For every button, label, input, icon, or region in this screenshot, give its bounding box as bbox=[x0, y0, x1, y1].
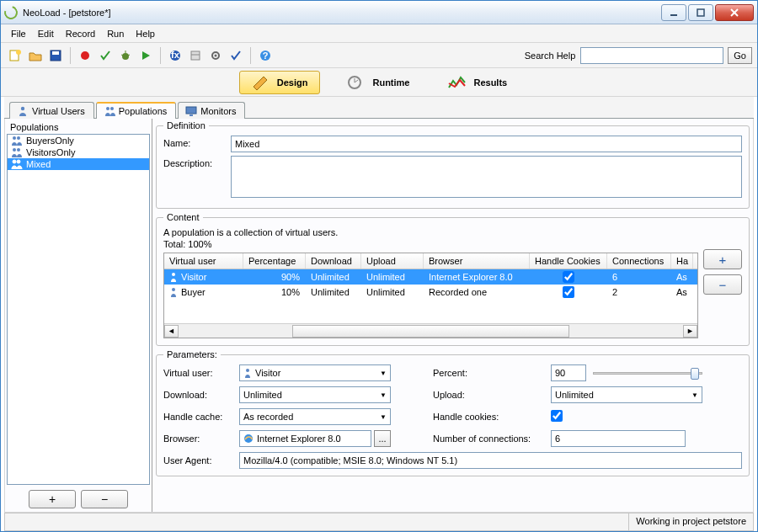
svg-point-9 bbox=[122, 53, 129, 60]
svg-point-22 bbox=[21, 107, 24, 110]
bug-icon[interactable] bbox=[116, 46, 135, 65]
population-item-buyersonly[interactable]: BuyersOnly bbox=[8, 135, 149, 146]
person-icon bbox=[169, 287, 178, 297]
virtual-user-value: Visitor bbox=[255, 368, 280, 378]
tab-results[interactable]: Results bbox=[436, 72, 519, 93]
connections-input[interactable] bbox=[551, 430, 686, 447]
browser-field[interactable]: Internet Explorer 8.0 bbox=[239, 430, 371, 447]
menu-edit[interactable]: Edit bbox=[33, 27, 59, 40]
subtab-populations[interactable]: Populations bbox=[96, 102, 177, 119]
menu-help[interactable]: Help bbox=[131, 27, 160, 40]
subtab-virtual-users[interactable]: Virtual Users bbox=[9, 102, 94, 119]
user-agent-field[interactable]: Mozilla/4.0 (compatible; MSIE 8.0; Windo… bbox=[239, 452, 742, 469]
person-icon bbox=[243, 368, 252, 378]
row-cookies-checkbox[interactable] bbox=[563, 271, 574, 283]
add-row-button[interactable]: + bbox=[703, 249, 742, 269]
chevron-down-icon: ▼ bbox=[380, 370, 387, 377]
maximize-button[interactable] bbox=[688, 4, 713, 21]
svg-rect-7 bbox=[52, 51, 59, 55]
populations-panel: Populations BuyersOnly VisitorsOnly Mixe… bbox=[5, 119, 152, 512]
toolbar: fx ? Search Help Go bbox=[1, 43, 757, 68]
menu-file[interactable]: File bbox=[6, 27, 31, 40]
check-small-icon[interactable] bbox=[227, 46, 245, 65]
minimize-button[interactable] bbox=[661, 4, 686, 21]
svg-point-35 bbox=[246, 369, 249, 372]
scroll-thumb[interactable] bbox=[292, 325, 569, 338]
svg-point-8 bbox=[81, 51, 89, 60]
populations-list[interactable]: BuyersOnly VisitorsOnly Mixed bbox=[7, 134, 150, 485]
cell-last: As bbox=[671, 269, 693, 285]
percent-input[interactable] bbox=[551, 364, 586, 381]
remove-row-button[interactable]: − bbox=[703, 274, 742, 295]
add-population-button[interactable]: + bbox=[29, 490, 76, 508]
subtab-monitors[interactable]: Monitors bbox=[178, 102, 245, 119]
search-input[interactable] bbox=[580, 47, 723, 64]
name-input[interactable] bbox=[231, 136, 742, 152]
tab-design[interactable]: Design bbox=[239, 71, 321, 94]
connections-label: Number of connections: bbox=[433, 434, 551, 444]
svg-point-23 bbox=[106, 107, 109, 110]
table-hscroll[interactable]: ◄ ► bbox=[164, 323, 697, 338]
download-combo[interactable]: Unlimited▼ bbox=[239, 386, 391, 403]
help-icon[interactable]: ? bbox=[256, 46, 275, 65]
col-handle-cookies[interactable]: Handle Cookies bbox=[530, 253, 607, 269]
population-item-visitorsonly[interactable]: VisitorsOnly bbox=[8, 146, 149, 158]
population-item-label: BuyersOnly bbox=[26, 136, 74, 146]
percent-slider[interactable] bbox=[593, 365, 702, 380]
description-input[interactable] bbox=[231, 156, 742, 198]
svg-point-24 bbox=[110, 107, 114, 110]
new-file-icon[interactable] bbox=[6, 46, 24, 65]
table-row[interactable]: Visitor 90% Unlimited Unlimited Internet… bbox=[164, 269, 697, 285]
table-row[interactable]: Buyer 10% Unlimited Unlimited Recorded o… bbox=[164, 285, 697, 300]
col-virtual-user[interactable]: Virtual user bbox=[164, 253, 243, 269]
check-icon[interactable] bbox=[96, 46, 115, 65]
cell-ul: Unlimited bbox=[361, 285, 424, 300]
play-icon[interactable] bbox=[136, 46, 155, 65]
population-item-mixed[interactable]: Mixed bbox=[8, 158, 149, 170]
table-body[interactable]: Visitor 90% Unlimited Unlimited Internet… bbox=[164, 269, 697, 323]
col-browser[interactable]: Browser bbox=[424, 253, 530, 269]
col-percentage[interactable]: Percentage bbox=[243, 253, 306, 269]
open-folder-icon[interactable] bbox=[26, 46, 45, 65]
people-icon bbox=[10, 147, 22, 157]
download-label: Download: bbox=[163, 390, 239, 400]
parameters-box: Parameters: Virtual user: Visitor ▼ Perc… bbox=[156, 349, 750, 476]
gear-icon[interactable] bbox=[206, 46, 225, 65]
table-header: Virtual user Percentage Download Upload … bbox=[164, 253, 697, 269]
svg-point-27 bbox=[13, 136, 16, 140]
close-button[interactable] bbox=[715, 4, 754, 21]
col-overflow[interactable]: Ha bbox=[671, 253, 693, 269]
handle-cache-combo[interactable]: As recorded▼ bbox=[239, 408, 391, 425]
menu-record[interactable]: Record bbox=[61, 27, 100, 40]
handle-cookies-checkbox[interactable] bbox=[551, 410, 563, 422]
record-icon[interactable] bbox=[76, 46, 94, 65]
fx-icon[interactable]: fx bbox=[166, 46, 184, 65]
cell-vu: Visitor bbox=[181, 272, 206, 282]
cell-last: As bbox=[671, 285, 693, 300]
svg-point-33 bbox=[172, 273, 175, 276]
tab-runtime-label: Runtime bbox=[372, 77, 409, 88]
svg-rect-1 bbox=[697, 9, 704, 16]
save-icon[interactable] bbox=[46, 46, 65, 65]
remove-population-button[interactable]: − bbox=[81, 490, 128, 508]
row-cookies-checkbox[interactable] bbox=[563, 286, 574, 298]
scroll-right-icon[interactable]: ► bbox=[683, 325, 697, 338]
server-icon[interactable] bbox=[186, 46, 205, 65]
cell-cn: 6 bbox=[607, 269, 671, 285]
statusbar: Working in project petstore bbox=[4, 513, 754, 531]
scroll-left-icon[interactable]: ◄ bbox=[164, 325, 179, 338]
tab-runtime[interactable]: Runtime bbox=[335, 72, 421, 93]
subtab-monitors-label: Monitors bbox=[200, 106, 236, 116]
download-value: Unlimited bbox=[243, 390, 282, 400]
col-connections[interactable]: Connections bbox=[607, 253, 671, 269]
col-download[interactable]: Download bbox=[306, 253, 361, 269]
cell-dl: Unlimited bbox=[306, 285, 361, 300]
svg-rect-25 bbox=[186, 107, 196, 114]
search-go-button[interactable]: Go bbox=[728, 47, 752, 64]
virtual-user-combo[interactable]: Visitor ▼ bbox=[239, 364, 391, 381]
browse-button[interactable]: ... bbox=[374, 430, 391, 447]
col-upload[interactable]: Upload bbox=[361, 253, 424, 269]
upload-combo[interactable]: Unlimited▼ bbox=[551, 386, 702, 403]
menu-run[interactable]: Run bbox=[102, 27, 129, 40]
tab-results-label: Results bbox=[473, 77, 507, 88]
